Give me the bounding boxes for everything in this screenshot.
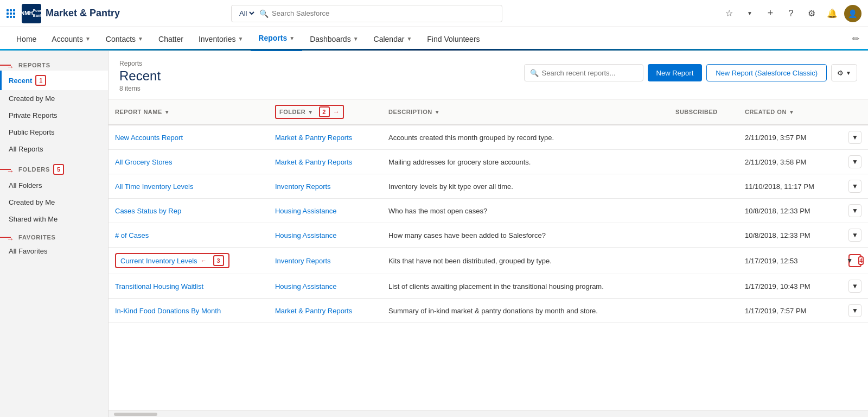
new-report-button[interactable]: New Report bbox=[648, 64, 703, 81]
row-action-dropdown[interactable]: ▼ bbox=[848, 180, 861, 193]
top-bar: NMH Food Bank Market & Pantry All 🔍 ☆ ▼ … bbox=[0, 0, 868, 27]
table-row: All Time Inventory Levels Inventory Repo… bbox=[108, 174, 868, 199]
settings-dropdown-button[interactable]: ⚙ ▼ bbox=[831, 64, 857, 81]
row-action-dropdown[interactable]: ▼ bbox=[848, 280, 861, 293]
app-grid-icon[interactable] bbox=[7, 9, 15, 18]
main-nav: Home Accounts ▼ Contacts ▼ Chatter Inven… bbox=[0, 27, 868, 51]
folders-section-label: FOLDERS bbox=[18, 166, 50, 173]
report-name-link[interactable]: Current Inventory Levels ← 3 bbox=[115, 253, 229, 268]
sidebar-item-folders-created-by-me[interactable]: Created by Me bbox=[0, 194, 108, 211]
description-cell: Kits that have not been distributed, gro… bbox=[382, 248, 669, 274]
col-folder[interactable]: FOLDER ▼ 2 → bbox=[269, 99, 382, 125]
table-row: Transitional Housing Waitlist Housing As… bbox=[108, 274, 868, 299]
folder-link[interactable]: Housing Assistance bbox=[275, 282, 336, 290]
sidebar-item-shared-with-me[interactable]: Shared with Me bbox=[0, 211, 108, 228]
nav-reports[interactable]: Reports ▼ bbox=[251, 27, 302, 51]
app-name: Market & Pantry bbox=[46, 8, 120, 19]
nav-accounts[interactable]: Accounts ▼ bbox=[44, 27, 98, 51]
folder-cell: Housing Assistance bbox=[269, 274, 382, 299]
app-logo[interactable]: NMH Food Bank bbox=[22, 4, 41, 23]
description-cell: List of clients awaiting placement in th… bbox=[382, 274, 669, 299]
nav-contacts[interactable]: Contacts ▼ bbox=[98, 27, 151, 51]
report-name-link[interactable]: Cases Status by Rep bbox=[115, 207, 181, 215]
add-icon[interactable]: + bbox=[762, 5, 779, 22]
report-name-link[interactable]: # of Cases bbox=[115, 231, 149, 239]
avatar[interactable]: 👤 bbox=[844, 5, 861, 22]
nav-calendar[interactable]: Calendar ▼ bbox=[366, 27, 420, 51]
row-action-dropdown[interactable]: ▼ bbox=[848, 304, 861, 317]
search-reports-bar: 🔍 bbox=[524, 64, 643, 81]
folder-link[interactable]: Market & Pantry Reports bbox=[275, 307, 352, 315]
sidebar-item-recent[interactable]: Recent 1 bbox=[0, 71, 108, 90]
row-action-dropdown[interactable]: ▼4 bbox=[848, 254, 861, 267]
sidebar-item-all-folders[interactable]: All Folders bbox=[0, 177, 108, 194]
created-on-cell: 1/17/2019, 7:57 PM bbox=[738, 299, 842, 323]
action-cell: ▼ bbox=[842, 223, 868, 248]
created-on-cell: 2/11/2019, 3:57 PM bbox=[738, 125, 842, 150]
item-count: 8 items bbox=[119, 85, 161, 92]
row-action-dropdown[interactable]: ▼ bbox=[848, 155, 861, 168]
folder-link[interactable]: Market & Pantry Reports bbox=[275, 158, 352, 166]
subscribed-cell bbox=[669, 223, 738, 248]
table-row: Cases Status by Rep Housing Assistance W… bbox=[108, 199, 868, 223]
action-cell: ▼ bbox=[842, 299, 868, 323]
sidebar-item-all-favorites[interactable]: All Favorites bbox=[0, 243, 108, 260]
folder-link[interactable]: Market & Pantry Reports bbox=[275, 134, 352, 142]
chevron-down-icon: ▼ bbox=[238, 36, 243, 42]
search-input[interactable] bbox=[272, 9, 496, 17]
new-report-classic-button[interactable]: New Report (Salesforce Classic) bbox=[706, 64, 827, 81]
nav-inventories[interactable]: Inventories ▼ bbox=[191, 27, 251, 51]
sidebar-item-private-reports[interactable]: Private Reports bbox=[0, 107, 108, 124]
folder-link[interactable]: Inventory Reports bbox=[275, 257, 331, 265]
folder-cell: Inventory Reports bbox=[269, 174, 382, 199]
nav-dashboards[interactable]: Dashboards ▼ bbox=[302, 27, 366, 51]
panel-header-left: Reports Recent 8 items bbox=[119, 60, 161, 92]
report-name-link[interactable]: New Accounts Report bbox=[115, 134, 183, 142]
nav-chatter[interactable]: Chatter bbox=[151, 27, 191, 51]
favorites-dropdown-icon[interactable]: ▼ bbox=[741, 5, 758, 22]
report-name-cell: Transitional Housing Waitlist bbox=[108, 274, 269, 299]
action-cell: ▼ bbox=[842, 125, 868, 150]
search-reports-icon: 🔍 bbox=[530, 69, 539, 77]
subscribed-cell bbox=[669, 125, 738, 150]
global-search-bar: All 🔍 bbox=[231, 5, 502, 22]
report-name-link[interactable]: All Time Inventory Levels bbox=[115, 182, 194, 191]
row-action-dropdown[interactable]: ▼ bbox=[848, 204, 861, 217]
created-on-cell: 10/8/2018, 12:33 PM bbox=[738, 199, 842, 223]
action-cell: ▼ bbox=[842, 274, 868, 299]
favorites-section-label: FAVORITES bbox=[18, 234, 56, 241]
notifications-icon[interactable]: 🔔 bbox=[824, 5, 841, 22]
content-area: → REPORTS Recent 1 Created by Me Private… bbox=[0, 51, 868, 417]
header-actions: 🔍 New Report New Report (Salesforce Clas… bbox=[524, 64, 857, 81]
report-name-link[interactable]: In-Kind Food Donations By Month bbox=[115, 307, 221, 315]
folder-link[interactable]: Inventory Reports bbox=[275, 182, 331, 191]
settings-icon[interactable]: ⚙ bbox=[803, 5, 820, 22]
sidebar-item-all-reports[interactable]: All Reports bbox=[0, 141, 108, 157]
report-name-link[interactable]: All Grocery Stores bbox=[115, 158, 172, 166]
col-description[interactable]: DESCRIPTION ▼ bbox=[382, 99, 669, 125]
help-icon[interactable]: ? bbox=[782, 5, 800, 22]
favorites-icon[interactable]: ☆ bbox=[720, 5, 738, 22]
report-name-cell: # of Cases bbox=[108, 223, 269, 248]
table-row: Current Inventory Levels ← 3 Inventory R… bbox=[108, 248, 868, 274]
col-created-on[interactable]: CREATED ON ▼ bbox=[738, 99, 842, 125]
folder-link[interactable]: Housing Assistance bbox=[275, 231, 336, 239]
created-on-cell: 1/17/2019, 12:53 bbox=[738, 248, 842, 274]
row-action-dropdown[interactable]: ▼ bbox=[848, 229, 861, 242]
folder-link[interactable]: Housing Assistance bbox=[275, 207, 336, 215]
sort-icon: ▼ bbox=[435, 109, 440, 115]
folder-cell: Market & Pantry Reports bbox=[269, 125, 382, 150]
report-name-link[interactable]: Transitional Housing Waitlist bbox=[115, 282, 203, 290]
nav-find-volunteers[interactable]: Find Volunteers bbox=[419, 27, 487, 51]
nav-home[interactable]: Home bbox=[9, 27, 44, 51]
sidebar-item-created-by-me[interactable]: Created by Me bbox=[0, 90, 108, 107]
nav-edit-icon[interactable]: ✏ bbox=[852, 34, 859, 44]
sidebar-item-public-reports[interactable]: Public Reports bbox=[0, 124, 108, 141]
bottom-scrollbar[interactable] bbox=[108, 410, 868, 417]
row-action-dropdown[interactable]: ▼ bbox=[848, 131, 861, 144]
col-report-name[interactable]: REPORT NAME ▼ bbox=[108, 99, 269, 125]
search-reports-input[interactable] bbox=[542, 69, 637, 77]
annotation-badge-5: 5 bbox=[53, 164, 64, 175]
report-name-cell: All Grocery Stores bbox=[108, 150, 269, 174]
search-scope-select[interactable]: All bbox=[237, 9, 256, 18]
